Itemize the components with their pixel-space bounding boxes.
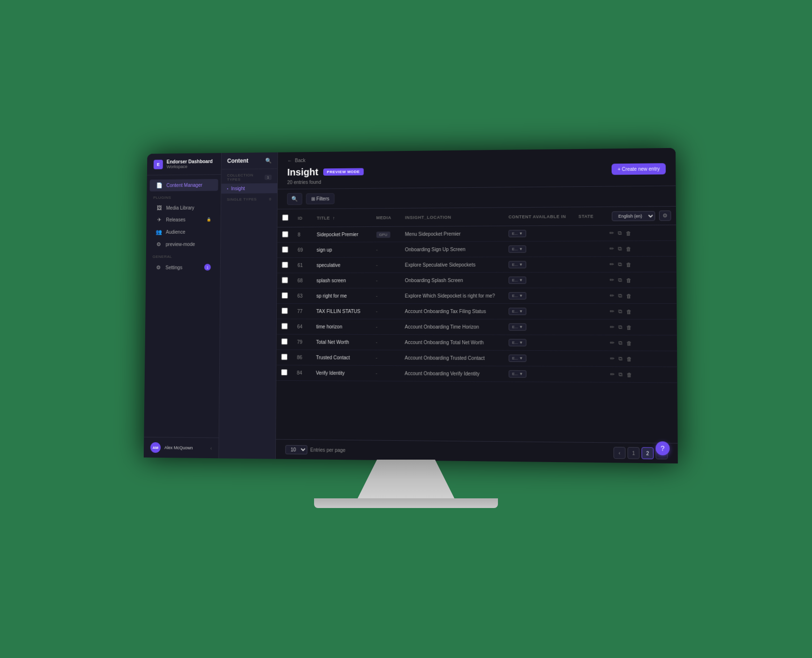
- edit-icon[interactable]: ✏: [609, 230, 614, 236]
- row-checkbox[interactable]: [282, 231, 288, 238]
- settings-badge: 1: [204, 264, 211, 270]
- create-entry-button[interactable]: + Create new entry: [612, 163, 666, 175]
- row-title[interactable]: Sidepocket Premier: [312, 226, 372, 242]
- th-title[interactable]: TITLE ↑: [312, 209, 372, 227]
- collapse-icon[interactable]: ‹: [211, 446, 212, 451]
- duplicate-icon[interactable]: ⧉: [618, 324, 622, 330]
- sidebar-item-settings[interactable]: ⚙ Settings 1: [149, 261, 217, 273]
- media-library-icon: 🖼: [156, 205, 163, 211]
- sidebar-nav: 📄 Content Manager PLUGINS 🖼 Media Librar…: [144, 175, 221, 437]
- lang-badge[interactable]: E... ▼: [509, 230, 526, 237]
- delete-icon[interactable]: 🗑: [626, 261, 631, 267]
- sidebar-workspace: Workspace: [166, 164, 212, 169]
- lang-badge[interactable]: E... ▼: [509, 277, 526, 284]
- row-checkbox[interactable]: [282, 308, 288, 314]
- edit-icon[interactable]: ✏: [610, 371, 614, 377]
- row-title[interactable]: time horizon: [311, 319, 371, 334]
- releases-icon: ✈: [156, 217, 163, 223]
- duplicate-icon[interactable]: ⧉: [618, 308, 622, 314]
- content-panel-search-icon[interactable]: 🔍: [265, 157, 272, 164]
- edit-icon[interactable]: ✏: [610, 308, 614, 314]
- lang-badge[interactable]: E... ▼: [509, 292, 526, 299]
- row-title[interactable]: splash screen: [312, 273, 371, 288]
- breadcrumb-label[interactable]: Back: [295, 158, 305, 163]
- row-title[interactable]: sp right for me: [312, 288, 371, 304]
- delete-icon[interactable]: 🗑: [626, 277, 631, 283]
- edit-icon[interactable]: ✏: [609, 261, 614, 268]
- data-table: ID TITLE ↑ MEDIA INSIGHT_LOCATION CONTEN…: [276, 207, 677, 443]
- duplicate-icon[interactable]: ⧉: [618, 277, 622, 283]
- edit-icon[interactable]: ✏: [609, 246, 614, 252]
- select-all-checkbox[interactable]: [282, 214, 288, 221]
- delete-icon[interactable]: 🗑: [626, 246, 631, 252]
- per-page-select[interactable]: 10 25 50: [286, 445, 308, 454]
- duplicate-icon[interactable]: ⧉: [618, 293, 622, 299]
- row-id: 64: [292, 319, 312, 334]
- fab-button[interactable]: ?: [656, 441, 670, 455]
- row-title[interactable]: Verify Identity: [311, 365, 371, 381]
- sidebar-item-content-manager[interactable]: 📄 Content Manager: [150, 179, 218, 192]
- delete-icon[interactable]: 🗑: [626, 372, 632, 377]
- search-button[interactable]: 🔍: [287, 193, 302, 205]
- page-1-button[interactable]: 1: [628, 447, 640, 459]
- row-checkbox[interactable]: [281, 369, 287, 375]
- row-title[interactable]: speculative: [312, 257, 371, 273]
- lang-badge[interactable]: E... ▼: [509, 308, 526, 315]
- row-title[interactable]: Trusted Contact: [311, 350, 371, 365]
- row-checkbox[interactable]: [281, 354, 287, 360]
- language-select[interactable]: English (en): [612, 211, 655, 221]
- lang-badge[interactable]: E... ▼: [509, 339, 526, 346]
- table-toolbar: 🔍 ⊞ Filters: [278, 186, 676, 209]
- row-title[interactable]: Total Net Worth: [311, 334, 371, 350]
- filters-button[interactable]: ⊞ Filters: [306, 193, 334, 204]
- lang-badge[interactable]: E... ▼: [509, 370, 526, 377]
- row-id: 68: [293, 273, 312, 288]
- row-media: -: [371, 319, 400, 334]
- row-checkbox[interactable]: [282, 277, 288, 284]
- media-dash: -: [376, 262, 377, 268]
- table-body: 8 Sidepocket Premier GPU Menu Sidepocket…: [276, 225, 677, 383]
- sidebar-item-releases[interactable]: ✈ Releases 🔒: [149, 213, 218, 225]
- edit-icon[interactable]: ✏: [610, 356, 614, 362]
- edit-icon[interactable]: ✏: [610, 277, 614, 283]
- lang-badge[interactable]: E... ▼: [509, 323, 526, 330]
- edit-icon[interactable]: ✏: [610, 293, 614, 299]
- delete-icon[interactable]: 🗑: [626, 309, 632, 314]
- duplicate-icon[interactable]: ⧉: [618, 371, 622, 377]
- collection-item-insight[interactable]: Insight: [221, 183, 277, 194]
- row-checkbox[interactable]: [282, 323, 288, 329]
- lang-badge[interactable]: E... ▼: [509, 355, 526, 362]
- delete-icon[interactable]: 🗑: [626, 293, 632, 299]
- sidebar-item-preview-mode[interactable]: ⚙ preview-mode: [149, 238, 218, 250]
- duplicate-icon[interactable]: ⧉: [618, 245, 622, 252]
- delete-icon[interactable]: 🗑: [626, 230, 631, 236]
- duplicate-icon[interactable]: ⧉: [617, 230, 621, 236]
- row-checkbox[interactable]: [282, 292, 288, 299]
- row-state: [573, 256, 604, 272]
- row-location: Explore Which Sidepocket is right for me…: [400, 288, 504, 303]
- delete-icon[interactable]: 🗑: [626, 324, 632, 330]
- row-checkbox[interactable]: [281, 338, 287, 344]
- row-checkbox[interactable]: [282, 262, 288, 268]
- delete-icon[interactable]: 🗑: [626, 356, 632, 361]
- table-settings-button[interactable]: ⚙: [659, 210, 671, 221]
- row-title[interactable]: sign up: [312, 242, 371, 257]
- sidebar-item-media-library[interactable]: 🖼 Media Library: [150, 202, 218, 213]
- edit-icon[interactable]: ✏: [610, 324, 614, 330]
- delete-icon[interactable]: 🗑: [626, 340, 632, 346]
- duplicate-icon[interactable]: ⧉: [618, 356, 622, 362]
- duplicate-icon[interactable]: ⧉: [618, 340, 622, 346]
- sidebar-item-audience[interactable]: 👥 Audience: [149, 226, 218, 238]
- duplicate-icon[interactable]: ⧉: [618, 261, 622, 268]
- prev-page-button[interactable]: ‹: [614, 447, 626, 459]
- row-title[interactable]: TAX FILLIN STATUS: [312, 304, 371, 319]
- row-content-available: E... ▼: [504, 350, 574, 366]
- row-checkbox-cell: [277, 334, 293, 350]
- page-2-button[interactable]: 2: [642, 447, 654, 459]
- lang-badge[interactable]: E... ▼: [509, 261, 526, 268]
- edit-icon[interactable]: ✏: [610, 340, 614, 346]
- row-checkbox[interactable]: [282, 246, 288, 253]
- lang-badge[interactable]: E... ▼: [509, 245, 526, 253]
- row-media: -: [371, 334, 400, 350]
- row-state: [574, 288, 605, 303]
